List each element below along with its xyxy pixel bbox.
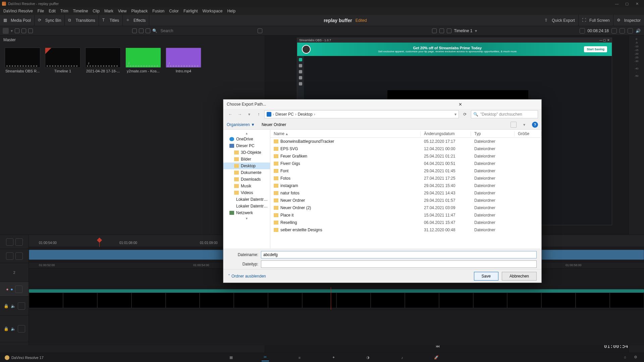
folder-tree[interactable]: ▲ OneDriveDieser PC3D-ObjekteBilderDeskt…: [223, 130, 270, 248]
v1-lock-icon[interactable]: ●: [6, 287, 8, 292]
media-clip[interactable]: ♪Intro.mp4: [166, 48, 201, 73]
tree-node[interactable]: Lokaler Datentr…: [223, 196, 270, 203]
clip-thumbnail[interactable]: ♪: [125, 48, 161, 68]
bin-list-icon[interactable]: [3, 28, 9, 34]
menu-help[interactable]: Help: [227, 9, 235, 13]
clip-v1-strip[interactable]: [29, 289, 644, 293]
maximize-button[interactable]: ▢: [622, 2, 632, 6]
a2-track-icon[interactable]: [18, 302, 25, 310]
split-clip-icon[interactable]: [15, 238, 23, 246]
page-cut[interactable]: ✂: [262, 354, 269, 361]
tree-node[interactable]: Netzwerk: [223, 209, 270, 216]
file-row[interactable]: instagram29.04.2021 15:40Dateiordner: [270, 182, 541, 189]
full-screen-button[interactable]: ⛶Full Screen: [579, 15, 613, 26]
tree-node[interactable]: Bilder: [223, 156, 270, 163]
media-clip[interactable]: Streamlabs OBS R...: [5, 48, 40, 73]
timeline-name[interactable]: Timeline 1: [454, 28, 473, 33]
file-list-header[interactable]: Name ▴ Änderungsdatum Typ Größe: [270, 130, 541, 138]
thumbnail-view-icon[interactable]: [132, 28, 137, 33]
page-fairlight[interactable]: ♪: [398, 354, 406, 361]
tree-node[interactable]: Dokumente: [223, 169, 270, 176]
transitions-toggle[interactable]: ⧉Transitions: [65, 15, 99, 26]
lower-playhead[interactable]: [331, 287, 331, 310]
viewer-mode-icon[interactable]: [439, 28, 444, 33]
viewer-bypass-icon[interactable]: [620, 28, 625, 34]
file-row[interactable]: Neuer Ordner29.04.2021 01:57Dateiordner: [270, 197, 541, 204]
menu-workspace[interactable]: Workspace: [203, 9, 223, 13]
close-window-button[interactable]: ✕: [632, 2, 642, 6]
file-row[interactable]: EPS SVG12.04.2021 00:00Dateiordner: [270, 145, 541, 153]
tree-scroll-up[interactable]: ▲: [223, 131, 270, 136]
menu-edit[interactable]: Edit: [49, 9, 56, 13]
menu-fairlight[interactable]: Fairlight: [183, 9, 198, 13]
sort-icon[interactable]: [258, 28, 262, 33]
sync-bin-toggle[interactable]: ⟳Sync Bin: [35, 15, 65, 26]
v1-enable-icon[interactable]: ●: [11, 287, 13, 292]
address-bar[interactable]: › Dieser PC › Desktop › ▾: [264, 110, 459, 118]
filename-input[interactable]: [261, 251, 537, 258]
save-button[interactable]: Save: [474, 272, 498, 281]
path-dropdown-icon[interactable]: ▾: [454, 112, 457, 117]
effects-toggle[interactable]: ✧Effects: [123, 15, 149, 26]
filetype-dropdown[interactable]: [261, 260, 537, 268]
cancel-button[interactable]: Abbrechen: [502, 272, 537, 281]
import-folder-icon[interactable]: [21, 28, 26, 33]
menu-fusion[interactable]: Fusion: [152, 9, 164, 13]
list-view-icon[interactable]: [146, 28, 150, 33]
menu-color[interactable]: Color: [169, 9, 179, 13]
home-icon[interactable]: ⌂: [624, 355, 629, 360]
inspector-toggle[interactable]: ⚙Inspector: [613, 15, 644, 26]
tree-scroll-down[interactable]: ▼: [223, 216, 270, 221]
quick-export-button[interactable]: ⇪Quick Export: [541, 15, 579, 26]
nav-forward-button[interactable]: →: [236, 112, 244, 117]
file-row[interactable]: natur fotos29.04.2021 14:43Dateiordner: [270, 189, 541, 197]
boring-detector-icon[interactable]: [6, 238, 13, 246]
page-media[interactable]: ▦: [227, 354, 235, 361]
dialog-search-input[interactable]: 🔍 "Desktop" durchsuchen: [471, 110, 538, 118]
media-pool-toggle[interactable]: ▦Media Pool: [0, 15, 35, 26]
menu-view[interactable]: View: [118, 9, 127, 13]
upper-playhead[interactable]: [99, 240, 100, 247]
a2-mute-icon[interactable]: 🔈: [11, 304, 16, 308]
tree-node[interactable]: OneDrive: [223, 136, 270, 142]
hide-folders-toggle[interactable]: ˄ Ordner ausblenden: [228, 274, 266, 279]
help-icon[interactable]: ?: [532, 122, 538, 128]
clip-thumbnail[interactable]: ♪: [85, 48, 121, 68]
file-row[interactable]: Place it15.04.2021 11:47Dateiordner: [270, 212, 541, 219]
media-clip[interactable]: ♪y2mate.com - Kos...: [125, 48, 161, 73]
speaker-icon[interactable]: 🔊: [636, 28, 641, 33]
tree-node[interactable]: 3D-Objekte: [223, 149, 270, 156]
tree-node[interactable]: Dieser PC: [223, 142, 270, 149]
track-v1[interactable]: [29, 287, 644, 310]
new-folder-button[interactable]: Neuer Ordner: [262, 122, 286, 127]
titles-toggle[interactable]: TTitles: [99, 15, 123, 26]
media-clip[interactable]: ♪2021-04-28 17-18-...: [85, 48, 121, 73]
menu-clip[interactable]: Clip: [93, 9, 100, 13]
trim-tool[interactable]: [15, 252, 23, 260]
file-row[interactable]: Font29.04.2021 01:45Dateiordner: [270, 167, 541, 175]
view-mode-dropdown[interactable]: [511, 122, 517, 128]
tools-popout-icon[interactable]: [580, 28, 585, 34]
undo-icon[interactable]: [28, 28, 33, 33]
timeline-dropdown-icon[interactable]: ▾: [475, 28, 477, 33]
arrow-tool[interactable]: [6, 252, 13, 260]
view-mode-chevron-icon[interactable]: ▾: [523, 122, 525, 127]
bin-master[interactable]: Master: [0, 36, 265, 44]
organize-dropdown[interactable]: Organisieren ▼: [227, 122, 255, 127]
source-tape-icon[interactable]: [432, 28, 437, 33]
media-search-input[interactable]: [161, 28, 256, 33]
tree-node[interactable]: Musik: [223, 183, 270, 189]
file-row[interactable]: Fiverr Gigs04.04.2021 00:51Dateiordner: [270, 160, 541, 167]
page-deliver[interactable]: 🚀: [433, 354, 440, 361]
settings-icon[interactable]: ⚙: [634, 355, 639, 360]
minimize-button[interactable]: —: [612, 2, 622, 6]
file-row[interactable]: selber erstellte Designs31.12.2020 00:48…: [270, 226, 541, 234]
menu-file[interactable]: File: [38, 9, 44, 13]
page-color[interactable]: ◑: [364, 354, 372, 361]
tree-node[interactable]: Videos: [223, 189, 270, 196]
clip-v1-thumbs[interactable]: [29, 293, 644, 308]
viewer-split-icon[interactable]: [447, 28, 451, 33]
menu-playback[interactable]: Playback: [131, 9, 148, 13]
file-row[interactable]: BoonwinsBattlegroundTracker05.12.2020 17…: [270, 138, 541, 145]
menu-mark[interactable]: Mark: [104, 9, 113, 13]
